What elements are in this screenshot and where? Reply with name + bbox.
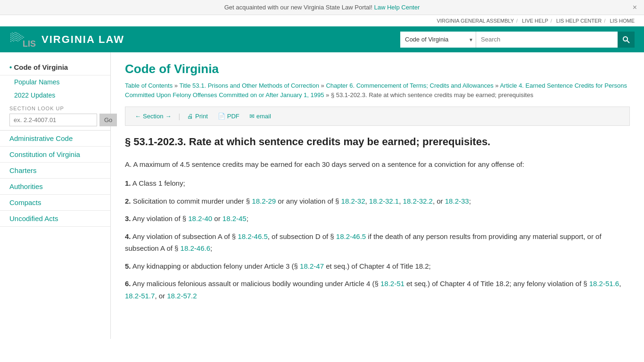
svg-rect-16	[12, 38, 13, 39]
svg-line-42	[627, 41, 629, 43]
search-button[interactable]	[618, 32, 635, 48]
search-dropdown-wrapper: Code of Virginia Administrative Code Con…	[400, 32, 476, 48]
link-18-2-51-6[interactable]: 18.2-51.6	[589, 280, 619, 288]
top-nav-live-help[interactable]: LIVE HELP	[522, 18, 548, 24]
top-nav-general-assembly[interactable]: VIRGINIA GENERAL ASSEMBLY	[437, 18, 514, 24]
svg-rect-17	[13, 39, 14, 40]
arrow-left-icon: ←	[135, 113, 141, 120]
section-lookup-input[interactable]	[9, 114, 97, 126]
svg-rect-12	[13, 37, 14, 38]
svg-rect-14	[16, 36, 17, 37]
banner-text: Get acquainted with our new Virginia Sta…	[224, 4, 372, 11]
sidebar-item-authorities[interactable]: Authorities	[0, 179, 110, 195]
main-content: Code of Virginia Table of Contents » Tit…	[111, 52, 644, 339]
breadcrumb-title[interactable]: Title 53.1. Prisons and Other Methods of…	[179, 82, 319, 89]
svg-rect-13	[15, 36, 16, 37]
breadcrumb-chapter[interactable]: Chapter 6. Commencement of Terms; Credit…	[326, 82, 493, 89]
svg-rect-25	[17, 33, 18, 34]
top-nav-lis-home[interactable]: LIS HOME	[610, 18, 635, 24]
svg-rect-9	[16, 34, 17, 35]
link-18-2-57-2[interactable]: 18.2-57.2	[167, 292, 197, 300]
svg-rect-19	[16, 38, 17, 39]
pdf-button[interactable]: 📄 PDF	[214, 111, 243, 122]
link-18-2-46-5a[interactable]: 18.2-46.5	[238, 232, 267, 240]
link-18-2-32[interactable]: 18.2-32	[341, 197, 365, 205]
page-heading: Code of Virginia	[125, 62, 630, 76]
section-prev-button[interactable]: ← Section →	[131, 111, 175, 122]
section-title: § 53.1-202.3. Rate at which sentence cre…	[125, 135, 630, 149]
link-18-2-32-2[interactable]: 18.2-32.2	[403, 197, 433, 205]
search-input[interactable]	[476, 32, 618, 48]
svg-rect-31	[19, 36, 20, 37]
lis-logo-icon: LIS	[9, 29, 38, 50]
content-item-2: 2. Solicitation to commit murder under §…	[125, 195, 630, 207]
svg-rect-33	[19, 40, 20, 41]
link-18-2-47[interactable]: 18.2-47	[300, 262, 324, 270]
site-header: LIS VIRGINIA LAW Code of Virginia Admini…	[0, 26, 644, 52]
svg-rect-5	[10, 35, 11, 36]
svg-rect-27	[17, 37, 18, 38]
sidebar-item-charters[interactable]: Charters	[0, 163, 110, 179]
content-item-5: 5. Any kidnapping or abduction felony un…	[125, 260, 630, 272]
svg-rect-1	[12, 33, 13, 33]
svg-rect-21	[12, 40, 13, 41]
link-18-2-32-1[interactable]: 18.2-32.1	[369, 197, 399, 205]
link-18-2-46-6[interactable]: 18.2-46.6	[181, 244, 210, 252]
link-18-2-51-7[interactable]: 18.2-51.7	[125, 292, 155, 300]
svg-rect-4	[16, 33, 17, 33]
svg-rect-23	[15, 40, 16, 41]
svg-rect-39	[23, 37, 24, 38]
site-title: VIRGINIA LAW	[41, 33, 124, 46]
link-18-2-51[interactable]: 18.2-51	[380, 280, 405, 288]
link-18-2-40[interactable]: 18.2-40	[188, 214, 212, 222]
email-icon: ✉	[249, 113, 255, 120]
page-layout: Code of Virginia Popular Names 2022 Upda…	[0, 52, 644, 339]
link-18-2-46-5b[interactable]: 18.2-46.5	[336, 232, 366, 240]
link-18-2-29[interactable]: 18.2-29	[252, 197, 276, 205]
print-icon: 🖨	[187, 113, 193, 120]
sidebar-item-constitution-of-virginia[interactable]: Constitution of Virginia	[0, 147, 110, 163]
sidebar-item-uncodified-acts[interactable]: Uncodified Acts	[0, 211, 110, 227]
sidebar-item-code-of-virginia[interactable]: Code of Virginia	[0, 59, 110, 75]
sidebar-item-2022-updates[interactable]: 2022 Updates	[0, 89, 110, 102]
sidebar-item-popular-names[interactable]: Popular Names	[0, 75, 110, 89]
sidebar-item-compacts[interactable]: Compacts	[0, 195, 110, 211]
svg-rect-8	[15, 34, 16, 35]
email-button[interactable]: ✉ email	[246, 111, 275, 122]
svg-rect-36	[20, 39, 21, 40]
search-category-dropdown[interactable]: Code of Virginia Administrative Code Con…	[400, 32, 476, 48]
section-lookup-row: Go	[9, 114, 101, 126]
svg-rect-34	[20, 35, 21, 36]
breadcrumb: Table of Contents » Title 53.1. Prisons …	[125, 81, 630, 99]
sidebar-item-administrative-code[interactable]: Administrative Code	[0, 130, 110, 147]
svg-rect-18	[15, 38, 16, 39]
arrow-right-icon: →	[165, 113, 171, 120]
breadcrumb-current: § 53.1-202.3. Rate at which sentence cre…	[331, 91, 533, 99]
svg-rect-6	[12, 34, 13, 35]
svg-rect-20	[10, 41, 11, 42]
svg-rect-15	[10, 39, 11, 40]
section-toolbar: ← Section → | 🖨 Print 📄 PDF ✉ email	[125, 107, 630, 126]
content-item-1: 1. A Class 1 felony;	[125, 177, 630, 189]
svg-rect-35	[20, 37, 21, 38]
pdf-icon: 📄	[218, 113, 225, 120]
header-search-area: Code of Virginia Administrative Code Con…	[400, 32, 635, 48]
svg-rect-24	[16, 40, 17, 41]
link-18-2-45[interactable]: 18.2-45	[223, 214, 247, 222]
banner-link[interactable]: Law Help Center	[374, 4, 420, 11]
breadcrumb-toc[interactable]: Table of Contents	[125, 82, 173, 89]
svg-rect-0	[10, 33, 11, 34]
svg-rect-2	[13, 33, 14, 34]
svg-rect-29	[17, 41, 18, 41]
top-nav-lis-help-center[interactable]: LIS HELP CENTER	[556, 18, 602, 24]
print-button[interactable]: 🖨 Print	[183, 111, 212, 122]
svg-rect-32	[19, 38, 20, 39]
content-item-4: 4. Any violation of subsection A of § 18…	[125, 230, 630, 255]
banner-close-button[interactable]: ×	[633, 3, 637, 12]
sidebar: Code of Virginia Popular Names 2022 Upda…	[0, 52, 111, 339]
content-item-6: 6. Any malicious felonious assault or ma…	[125, 278, 630, 302]
section-lookup-area: SECTION LOOK UP Go	[0, 102, 110, 130]
svg-rect-38	[22, 38, 23, 39]
logo-link[interactable]: LIS VIRGINIA LAW	[9, 29, 124, 50]
link-18-2-33[interactable]: 18.2-33	[445, 197, 469, 205]
